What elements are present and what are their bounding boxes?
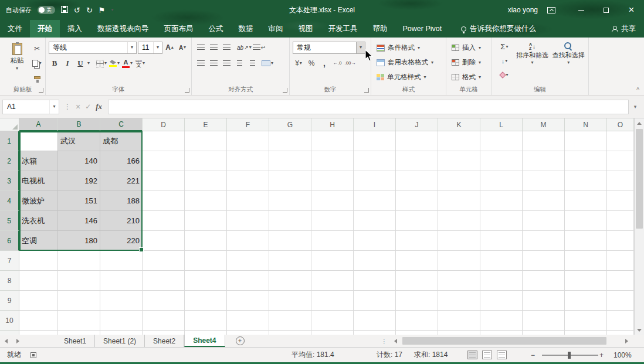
cell-J8[interactable] (396, 271, 438, 291)
column-header-I[interactable]: I (354, 118, 396, 131)
cell-N2[interactable] (565, 151, 607, 171)
underline-button[interactable]: U (74, 57, 86, 70)
column-header-A[interactable]: A (19, 118, 58, 131)
cell-D10[interactable] (143, 311, 185, 331)
cell-D4[interactable] (143, 191, 185, 211)
cell-N8[interactable] (565, 271, 607, 291)
redo-button[interactable]: ↻ (86, 6, 93, 14)
cell-E9[interactable] (185, 291, 227, 311)
zoom-out-button[interactable]: − (531, 348, 535, 362)
tab-view[interactable]: 视图 (291, 20, 321, 38)
maximize-button[interactable] (594, 0, 619, 20)
align-bottom-button[interactable] (221, 42, 232, 54)
cell-B8[interactable] (58, 271, 100, 291)
cell-E3[interactable] (185, 171, 227, 191)
format-as-table-button[interactable]: 套用表格格式▾ (374, 55, 444, 70)
column-header-G[interactable]: G (269, 118, 311, 131)
cell-O1[interactable] (607, 131, 634, 151)
cell-H1[interactable] (311, 131, 354, 151)
namebox-splitter[interactable]: ⋮ (64, 103, 71, 111)
formula-input[interactable] (108, 100, 629, 114)
cell-D2[interactable] (143, 151, 185, 171)
cell-O10[interactable] (607, 311, 634, 331)
share-button[interactable]: 共享 (604, 20, 644, 38)
cell-I8[interactable] (354, 271, 396, 291)
cell-B3[interactable]: 192 (58, 171, 100, 191)
wrap-text-button[interactable]: ↩ (253, 42, 266, 54)
cell-K10[interactable] (438, 311, 480, 331)
cell-F4[interactable] (227, 191, 269, 211)
zoom-slider-thumb[interactable] (568, 352, 571, 359)
copy-button[interactable]: ▾ (31, 57, 43, 69)
font-color-button[interactable]: A▾ (121, 57, 133, 70)
cell-K6[interactable] (438, 231, 480, 251)
column-header-F[interactable]: F (227, 118, 269, 131)
cell-H5[interactable] (311, 211, 354, 231)
cell-F9[interactable] (227, 291, 269, 311)
cell-K4[interactable] (438, 191, 480, 211)
cell-C8[interactable] (100, 271, 143, 291)
sheet-nav-left-button[interactable] (0, 335, 12, 347)
close-button[interactable]: × (619, 0, 644, 20)
tab-review[interactable]: 审阅 (261, 20, 291, 38)
view-page-break-button[interactable] (497, 351, 507, 359)
cell-O5[interactable] (607, 211, 634, 231)
hscroll-left-button[interactable] (391, 335, 401, 347)
cell-L7[interactable] (480, 251, 523, 271)
select-all-corner[interactable] (0, 118, 19, 131)
collapse-ribbon-button[interactable]: ^ (636, 87, 639, 93)
cell-N5[interactable] (565, 211, 607, 231)
cell-A5[interactable]: 洗衣机 (19, 211, 58, 231)
fill-color-button[interactable]: ▾ (109, 57, 120, 70)
cell-D5[interactable] (143, 211, 185, 231)
cell-M2[interactable] (523, 151, 565, 171)
cell-E7[interactable] (185, 251, 227, 271)
cell-C7[interactable] (100, 251, 143, 271)
cell-H9[interactable] (311, 291, 354, 311)
cell-N11[interactable] (565, 331, 607, 335)
tab-insert[interactable]: 插入 (60, 20, 90, 38)
cell-M9[interactable] (523, 291, 565, 311)
accounting-format-button[interactable]: ¥▾ (293, 57, 304, 70)
cell-K2[interactable] (438, 151, 480, 171)
cell-E1[interactable] (185, 131, 227, 151)
font-name-combo[interactable]: 等线▾ (49, 42, 137, 54)
cell-F5[interactable] (227, 211, 269, 231)
cell-K1[interactable] (438, 131, 480, 151)
sheet-nav-right-button[interactable] (12, 335, 23, 347)
paste-button[interactable]: 粘贴 ▾ (3, 40, 31, 85)
tab-formulas[interactable]: 公式 (201, 20, 231, 38)
cell-I7[interactable] (354, 251, 396, 271)
sheet-tab-sheet1[interactable]: Sheet1 (56, 335, 95, 347)
column-header-K[interactable]: K (438, 118, 480, 131)
cell-N4[interactable] (565, 191, 607, 211)
cell-L3[interactable] (480, 171, 523, 191)
autosum-dropdown-icon[interactable]: ▾ (506, 45, 508, 49)
comma-style-button[interactable]: , (318, 57, 330, 70)
cell-E4[interactable] (185, 191, 227, 211)
cell-O9[interactable] (607, 291, 634, 311)
cell-D6[interactable] (143, 231, 185, 251)
cell-H6[interactable] (311, 231, 354, 251)
cell-L2[interactable] (480, 151, 523, 171)
cell-N9[interactable] (565, 291, 607, 311)
cell-I11[interactable] (354, 331, 396, 335)
align-right-button[interactable] (221, 57, 232, 70)
column-header-O[interactable]: O (607, 118, 634, 131)
cell-E2[interactable] (185, 151, 227, 171)
cell-M7[interactable] (523, 251, 565, 271)
fill-dropdown-icon[interactable]: ▾ (505, 59, 507, 63)
column-header-B[interactable]: B (58, 118, 100, 131)
sort-filter-button[interactable]: AZ↓ 排序和筛选 ▾ (514, 40, 551, 84)
cell-O4[interactable] (607, 191, 634, 211)
cell-E10[interactable] (185, 311, 227, 331)
sheet-tab-sheet2[interactable]: Sheet2 (145, 335, 184, 347)
minimize-button[interactable] (568, 0, 594, 20)
column-header-E[interactable]: E (185, 118, 227, 131)
formula-enter-button[interactable]: ✓ (85, 103, 91, 111)
cell-A7[interactable] (19, 251, 58, 271)
italic-button[interactable]: I (62, 57, 73, 70)
cell-O6[interactable] (607, 231, 634, 251)
cell-K3[interactable] (438, 171, 480, 191)
clear-button[interactable]: ▾ (494, 69, 514, 81)
